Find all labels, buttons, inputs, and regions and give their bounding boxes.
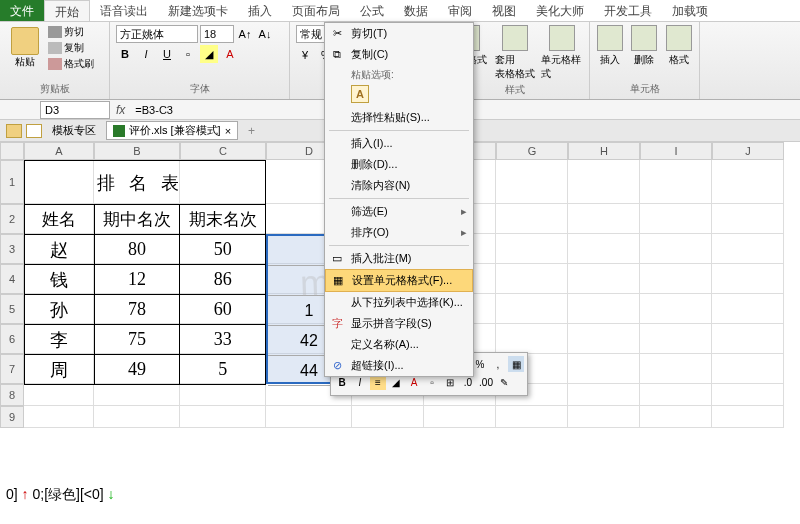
cell-J4[interactable] [712,264,784,294]
cm-comment[interactable]: ▭插入批注(M) [325,248,473,269]
italic-button[interactable]: I [137,45,155,63]
tab-insert[interactable]: 插入 [238,0,282,21]
cell-G2[interactable] [496,204,568,234]
cell-style-button[interactable]: 单元格样式 [541,25,583,81]
cm-format-cells[interactable]: ▦设置单元格格式(F)... [325,269,473,292]
cell-J2[interactable] [712,204,784,234]
cm-delete[interactable]: 删除(D)... [325,154,473,175]
col-head-J[interactable]: J [712,142,784,160]
select-all-corner[interactable] [0,142,24,160]
cm-paste-special[interactable]: 选择性粘贴(S)... [325,107,473,128]
cell-G9[interactable] [496,406,568,428]
cm-pinyin[interactable]: 字显示拼音字段(S) [325,313,473,334]
tab-addin[interactable]: 加载项 [662,0,718,21]
border-button[interactable]: ▫ [179,45,197,63]
col-head-G[interactable]: G [496,142,568,160]
document-tab[interactable]: 评价.xls [兼容模式] × [106,121,238,140]
cell-I5[interactable] [640,294,712,324]
decrease-font-icon[interactable]: A↓ [256,25,274,43]
tab-formula[interactable]: 公式 [350,0,394,21]
cell-F9[interactable] [424,406,496,428]
cell-I2[interactable] [640,204,712,234]
cell-G4[interactable] [496,264,568,294]
mt-percent-icon[interactable]: % [472,356,488,372]
cm-dropdown[interactable]: 从下拉列表中选择(K)... [325,292,473,313]
cell-G1[interactable] [496,160,568,204]
cut-button[interactable]: 剪切 [48,25,94,39]
insert-cells-button[interactable]: 插入 [596,25,624,67]
cell-I1[interactable] [640,160,712,204]
bold-button[interactable]: B [116,45,134,63]
cell-I9[interactable] [640,406,712,428]
folder-tab-icon[interactable] [26,124,42,138]
col-head-I[interactable]: I [640,142,712,160]
cell-B8[interactable] [94,384,180,406]
cell-A9[interactable] [24,406,94,428]
cell-H8[interactable] [568,384,640,406]
tab-dev[interactable]: 开发工具 [594,0,662,21]
tab-view[interactable]: 视图 [482,0,526,21]
cell-H7[interactable] [568,354,640,384]
cell-H2[interactable] [568,204,640,234]
cell-I8[interactable] [640,384,712,406]
currency-icon[interactable]: ¥ [296,46,314,64]
font-size-select[interactable] [200,25,234,43]
cell-A8[interactable] [24,384,94,406]
row-head-1[interactable]: 1 [0,160,24,204]
cell-J8[interactable] [712,384,784,406]
paste-button[interactable]: 粘贴 [6,27,44,69]
cell-H1[interactable] [568,160,640,204]
format-cells-button[interactable]: 格式 [665,25,693,67]
cm-copy[interactable]: ⧉复制(C) [325,44,473,65]
cell-G6[interactable] [496,324,568,354]
mt-borders-icon[interactable]: ▦ [508,356,524,372]
table-format-button[interactable]: 套用 表格格式 [494,25,536,81]
tab-review[interactable]: 审阅 [438,0,482,21]
row-head-9[interactable]: 9 [0,406,24,428]
col-head-A[interactable]: A [24,142,94,160]
cell-G3[interactable] [496,234,568,264]
mt-brush-icon[interactable]: ✎ [496,374,512,390]
cell-C9[interactable] [180,406,266,428]
font-color-button[interactable]: A [221,45,239,63]
tab-speech[interactable]: 语音读出 [90,0,158,21]
mt-dec2-icon[interactable]: .00 [478,374,494,390]
file-menu[interactable]: 文件 [0,0,44,21]
cell-I6[interactable] [640,324,712,354]
tab-beautify[interactable]: 美化大师 [526,0,594,21]
underline-button[interactable]: U [158,45,176,63]
cm-filter[interactable]: 筛选(E)▸ [325,201,473,222]
mt-comma-icon[interactable]: , [490,356,506,372]
templates-tab[interactable]: 模板专区 [46,123,102,138]
cell-J3[interactable] [712,234,784,264]
cell-J1[interactable] [712,160,784,204]
row-head-7[interactable]: 7 [0,354,24,384]
col-head-B[interactable]: B [94,142,180,160]
add-tab-icon[interactable]: + [242,124,261,138]
delete-cells-button[interactable]: 删除 [630,25,658,67]
col-head-C[interactable]: C [180,142,266,160]
cm-insert[interactable]: 插入(I)... [325,133,473,154]
cell-J6[interactable] [712,324,784,354]
cm-clear[interactable]: 清除内容(N) [325,175,473,196]
cell-E9[interactable] [352,406,424,428]
col-head-H[interactable]: H [568,142,640,160]
row-head-2[interactable]: 2 [0,204,24,234]
cell-I7[interactable] [640,354,712,384]
tab-newtab[interactable]: 新建选项卡 [158,0,238,21]
cm-cut[interactable]: ✂剪切(T) [325,23,473,44]
row-head-5[interactable]: 5 [0,294,24,324]
cell-J7[interactable] [712,354,784,384]
home-tab-icon[interactable] [6,124,22,138]
cm-paste-all[interactable]: A [351,85,369,103]
cm-hyperlink[interactable]: ⊘超链接(I)... [325,355,473,376]
name-box[interactable] [40,101,110,119]
increase-font-icon[interactable]: A↑ [236,25,254,43]
cell-I4[interactable] [640,264,712,294]
font-name-select[interactable] [116,25,198,43]
cell-D9[interactable] [266,406,352,428]
cell-B9[interactable] [94,406,180,428]
tab-home[interactable]: 开始 [44,0,90,21]
cell-C8[interactable] [180,384,266,406]
cell-I3[interactable] [640,234,712,264]
